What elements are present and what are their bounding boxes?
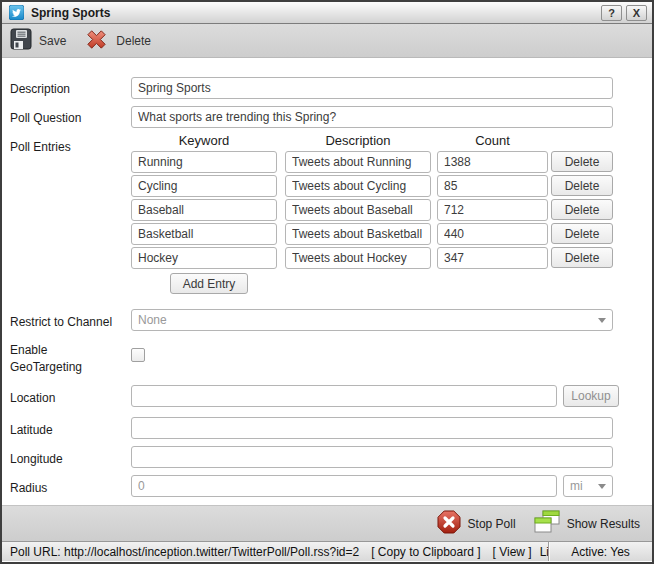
show-results-label: Show Results: [567, 517, 640, 531]
delete-x-icon: [84, 27, 109, 55]
active-status: Active: Yes: [548, 542, 652, 561]
latitude-input[interactable]: [131, 417, 613, 439]
copy-to-clipboard-link[interactable]: [ Copy to Clipboard ]: [371, 545, 480, 559]
entry-keyword-input[interactable]: [131, 247, 277, 269]
location-input[interactable]: [131, 385, 557, 407]
view-link[interactable]: [ View ]: [493, 545, 532, 559]
geotargeting-label-line2: GeoTargeting: [10, 360, 82, 374]
stop-poll-button[interactable]: Stop Poll: [437, 510, 516, 537]
entry-delete-button[interactable]: Delete: [551, 175, 613, 196]
entry-keyword-input[interactable]: [131, 175, 277, 197]
entry-count-input[interactable]: [437, 151, 548, 173]
entry-count-input[interactable]: [437, 247, 548, 269]
action-bar: Stop Poll Show Results: [2, 505, 652, 541]
stop-sign-icon: [437, 510, 461, 537]
entry-description-input[interactable]: [285, 175, 431, 197]
poll-url-text: Poll URL: http://localhost/inception.twi…: [10, 545, 359, 559]
description-column-header: Description: [285, 133, 431, 148]
geotargeting-label-line1: Enable: [10, 343, 47, 357]
add-entry-button[interactable]: Add Entry: [170, 273, 248, 294]
restrict-channel-label: Restrict to Channel: [10, 315, 112, 329]
form-content: Description Poll Question Poll Entries K…: [2, 58, 652, 505]
entry-delete-button[interactable]: Delete: [551, 247, 613, 268]
entry-description-input[interactable]: [285, 223, 431, 245]
status-bar: Poll URL: http://localhost/inception.twi…: [2, 541, 652, 561]
window-title: Spring Sports: [31, 6, 597, 20]
keyword-column-header: Keyword: [131, 133, 277, 148]
close-button[interactable]: X: [626, 5, 647, 21]
entry-description-input[interactable]: [285, 151, 431, 173]
radius-unit-select[interactable]: mi: [563, 475, 613, 497]
stop-poll-label: Stop Poll: [468, 517, 516, 531]
poll-question-label: Poll Question: [10, 111, 81, 125]
show-results-button[interactable]: Show Results: [534, 510, 640, 537]
save-button-label: Save: [39, 34, 66, 48]
longitude-label: Longitude: [10, 452, 63, 466]
entry-count-input[interactable]: [437, 223, 548, 245]
poll-entries-label: Poll Entries: [10, 140, 71, 154]
geotargeting-label: Enable GeoTargeting: [10, 342, 82, 376]
delete-button[interactable]: Delete: [84, 27, 151, 55]
entry-count-input[interactable]: [437, 175, 548, 197]
count-column-header: Count: [437, 133, 548, 148]
save-floppy-icon: [10, 28, 32, 53]
entry-delete-button[interactable]: Delete: [551, 199, 613, 220]
entry-keyword-input[interactable]: [131, 151, 277, 173]
radius-label: Radius: [10, 481, 47, 495]
geotargeting-checkbox[interactable]: [131, 348, 145, 362]
main-toolbar: Save Delete: [2, 24, 652, 58]
radius-unit-value: mi: [570, 479, 583, 493]
chevron-down-icon: [598, 484, 606, 489]
latitude-label: Latitude: [10, 423, 53, 437]
results-windows-icon: [534, 510, 560, 537]
entry-description-input[interactable]: [285, 199, 431, 221]
chevron-down-icon: [598, 318, 606, 323]
save-button[interactable]: Save: [10, 28, 66, 53]
entry-delete-button[interactable]: Delete: [551, 223, 613, 244]
active-status-text: Active: Yes: [571, 545, 630, 559]
title-bar: Spring Sports ? X: [2, 2, 652, 24]
radius-input[interactable]: [131, 475, 557, 497]
status-left: Poll URL: http://localhost/inception.twi…: [2, 545, 548, 559]
poll-question-input[interactable]: [131, 106, 613, 128]
longitude-input[interactable]: [131, 446, 613, 468]
description-input[interactable]: [131, 77, 613, 99]
restrict-channel-select[interactable]: None: [131, 309, 613, 331]
entry-description-input[interactable]: [285, 247, 431, 269]
entry-count-input[interactable]: [437, 199, 548, 221]
help-button[interactable]: ?: [601, 5, 622, 21]
limit-rate-text: Limit Rate: 0 / s: [540, 545, 548, 559]
lookup-button[interactable]: Lookup: [563, 385, 619, 407]
location-label: Location: [10, 391, 55, 405]
entry-keyword-input[interactable]: [131, 199, 277, 221]
poll-editor-window: Spring Sports ? X Save: [0, 0, 654, 564]
restrict-channel-value: None: [138, 313, 167, 327]
delete-button-label: Delete: [116, 34, 151, 48]
twitter-icon: [9, 5, 24, 20]
entry-keyword-input[interactable]: [131, 223, 277, 245]
entry-delete-button[interactable]: Delete: [551, 151, 613, 172]
description-label: Description: [10, 82, 70, 96]
